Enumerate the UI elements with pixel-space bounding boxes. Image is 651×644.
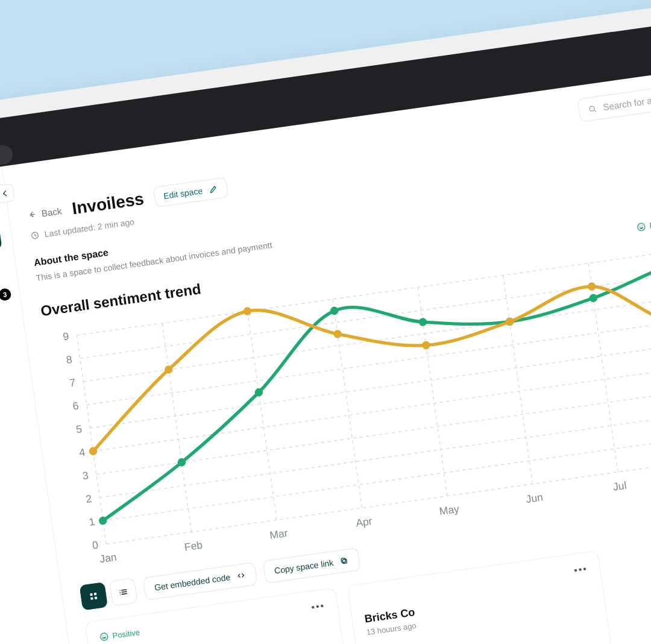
sidebar-item-voice-messages[interactable]: Voice messages [0,313,13,340]
svg-rect-67 [342,560,347,564]
svg-point-70 [100,633,108,642]
svg-text:9: 9 [62,330,69,343]
edit-space-label: Edit space [163,186,203,201]
svg-text:Jan: Jan [99,551,118,566]
svg-line-11 [99,402,651,497]
svg-text:Jul: Jul [612,479,627,493]
svg-point-49 [418,317,427,326]
list-view-button[interactable] [109,578,137,606]
new-message-button[interactable]: New message + [0,224,2,265]
sidebar-item-help[interactable]: ? Help [0,385,23,412]
svg-text:Apr: Apr [355,515,373,529]
svg-text:5: 5 [75,423,83,435]
svg-rect-63 [90,593,93,596]
svg-text:1: 1 [88,516,95,528]
svg-point-58 [421,341,430,350]
svg-text:3: 3 [82,469,89,482]
svg-text:4: 4 [78,446,86,459]
svg-text:2: 2 [85,492,92,505]
edit-space-button[interactable]: Edit space [153,177,228,208]
back-button[interactable]: Back [27,206,62,221]
svg-point-60 [587,282,596,291]
sidebar-item-videos[interactable]: Videos coming soon [0,337,16,364]
svg-line-29 [162,323,192,532]
svg-point-59 [505,317,514,326]
svg-point-57 [333,329,342,338]
svg-text:Mar: Mar [269,527,289,541]
svg-text:7: 7 [69,376,76,389]
svg-rect-64 [94,593,97,596]
legend-label: Positive [649,217,651,231]
legend-positive: Positive [636,217,651,233]
arrow-left-icon [27,209,37,220]
svg-text:Feb: Feb [184,539,204,554]
svg-line-15 [93,355,651,451]
svg-rect-65 [90,598,93,601]
grid-icon [88,591,99,602]
copy-icon [339,556,350,567]
clock-icon [30,230,40,241]
page-title: Invoiless [71,189,145,218]
smile-icon [636,221,647,232]
collapse-sidebar-button[interactable] [0,183,15,204]
svg-line-37 [503,275,533,484]
smile-icon [99,631,110,642]
svg-text:6: 6 [72,400,79,412]
sidebar-item-spaces[interactable]: Spaces 3 [0,289,10,317]
svg-line-23 [80,262,651,358]
svg-line-17 [90,332,651,428]
code-icon [236,570,247,581]
sentiment-badge: Positive [99,627,140,642]
copy-link-button[interactable]: Copy space link [263,548,361,584]
svg-point-56 [243,307,252,316]
search-placeholder: Search for anything [602,91,651,112]
chart-legend: Positive Neutral [636,205,651,232]
svg-text:May: May [439,503,461,517]
svg-point-2 [590,106,595,111]
back-label: Back [41,206,62,218]
embed-label: Get embedded code [154,572,231,593]
svg-point-4 [637,223,646,232]
grid-view-button[interactable] [80,582,108,610]
card-menu-button[interactable]: ••• [573,564,588,576]
svg-text:Jun: Jun [525,491,544,505]
card-menu-button[interactable]: ••• [310,601,326,613]
sidebar-badge: 3 [0,288,11,301]
sidebar-item-settings[interactable]: Settings [0,361,19,388]
svg-text:0: 0 [92,538,99,551]
list-icon [118,587,129,598]
svg-text:8: 8 [66,353,73,366]
svg-point-51 [589,294,598,303]
svg-line-9 [103,425,651,521]
copy-label: Copy space link [274,558,334,576]
svg-line-31 [247,311,277,520]
svg-rect-68 [341,558,346,563]
pencil-icon [208,184,219,195]
search-icon [587,103,598,114]
svg-rect-66 [95,597,98,600]
chevron-left-icon [0,188,10,199]
embed-code-button[interactable]: Get embedded code [143,562,257,601]
